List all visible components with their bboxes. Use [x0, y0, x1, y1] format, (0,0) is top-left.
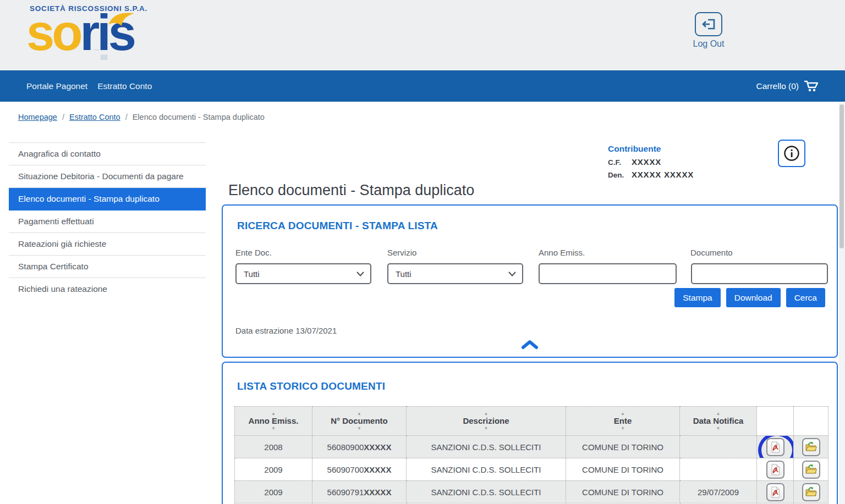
sidebar-item[interactable]: Richiedi una rateazione — [9, 278, 206, 300]
logout-icon — [701, 18, 716, 31]
column-header[interactable]: ▲ Data Notifica ▼ — [680, 407, 757, 436]
folder-download-button[interactable] — [802, 483, 820, 501]
table-row: 2008 56080900XXXXX SANZIONI C.D.S. SOLLE… — [235, 436, 828, 458]
cell-numero-documento: 56090700XXXXX — [312, 458, 407, 481]
list-panel-title: LISTA STORICO DOCUMENTI — [237, 380, 385, 392]
column-header[interactable]: ▲ N° Documento ▼ — [312, 407, 407, 436]
search-panel-title: RICERCA DOCUMENTI - STAMPA LISTA — [237, 220, 438, 232]
contribuente-title: Contribuente — [608, 144, 694, 154]
sort-asc-icon: ▲ — [680, 411, 756, 416]
column-header[interactable]: ▲ Ente ▼ — [566, 407, 680, 436]
sidebar-item[interactable]: Elenco documenti - Stampa duplicato — [9, 188, 206, 211]
cell-ente: COMUNE DI TORINO — [566, 458, 680, 481]
logout-button[interactable]: Log Out — [693, 12, 725, 49]
logout-icon-frame[interactable] — [695, 12, 722, 36]
scrollbar-thumb[interactable] — [839, 104, 844, 248]
sidebar-item-label: Elenco documenti - Stampa duplicato — [18, 194, 160, 203]
open-folder-icon — [805, 486, 817, 497]
soris-logo[interactable]: SOCIETÀ RISCOSSIONI S.P.A. soris soris — [26, 4, 147, 64]
cart-label: Carrello (0) — [756, 81, 799, 91]
documento-input[interactable] — [691, 263, 828, 284]
servizio-select[interactable]: Tutti — [387, 263, 523, 284]
cell-data-notifica — [680, 458, 757, 481]
breadcrumb-homepage[interactable]: Homepage — [18, 113, 57, 121]
nav-item-portale-pagonet[interactable]: Portale Pagonet — [26, 81, 87, 91]
folder-download-button[interactable] — [802, 438, 820, 456]
vertical-scrollbar[interactable] — [839, 102, 845, 504]
column-label: N° Documento — [312, 416, 406, 426]
sidebar-item-label: Stampa Certificato — [18, 262, 89, 271]
sort-desc-icon: ▼ — [235, 426, 312, 431]
sidebar-item[interactable]: Anagrafica di contatto — [9, 143, 206, 165]
folder-download-button[interactable] — [802, 461, 820, 479]
pdf-print-button[interactable] — [766, 438, 784, 456]
cell-numero-documento: 56080900XXXXX — [312, 436, 407, 458]
soris-portal-page: SOCIETÀ RISCOSSIONI S.P.A. soris soris — [0, 0, 845, 504]
contribuente-block: Contribuente C.F. XXXXX Den. XXXXX XXXXX — [608, 144, 694, 179]
cell-anno-emiss: 2008 — [235, 436, 312, 458]
anno-emiss-label: Anno Emiss. — [539, 248, 585, 257]
sidebar-item-label: Anagrafica di contatto — [18, 149, 101, 158]
collapse-panel-button[interactable] — [521, 340, 539, 350]
cell-pdf-action — [757, 458, 794, 481]
nav-item-estratto-conto[interactable]: Estratto Conto — [97, 81, 152, 91]
documento-masked: XXXXX — [364, 465, 391, 474]
info-icon — [783, 145, 800, 162]
column-header[interactable]: ▲ Anno Emiss. ▼ — [235, 407, 312, 436]
logo-reflection: soris — [26, 49, 147, 64]
sort-asc-icon: ▲ — [235, 411, 312, 416]
cf-label: C.F. — [608, 158, 632, 167]
sidebar-item[interactable]: Situazione Debitoria - Documenti da paga… — [9, 165, 206, 188]
logo-wordmark: soris — [26, 9, 147, 56]
cell-numero-documento: 56090791XXXXX — [312, 481, 407, 503]
info-button[interactable] — [778, 140, 805, 167]
cell-descrizione: SANZIONI C.D.S. SOLLECITI — [407, 458, 566, 481]
column-header[interactable]: ▲ ▼ — [757, 407, 794, 436]
sidebar-item[interactable]: Pagamenti effettuati — [9, 211, 206, 233]
table-row: 2009 56090791XXXXX SANZIONI C.D.S. SOLLE… — [235, 481, 828, 503]
cell-ente: COMUNE DI TORINO — [566, 481, 680, 503]
sidebar-item[interactable]: Rateazioni già richieste — [9, 233, 206, 256]
table-row: 2009 56090700XXXXX SANZIONI C.D.S. SOLLE… — [235, 458, 828, 481]
cart-button[interactable]: Carrello (0) — [756, 80, 819, 92]
logout-label: Log Out — [693, 39, 725, 49]
pdf-print-button[interactable] — [766, 483, 784, 501]
column-header[interactable]: ▲ Descrizione ▼ — [407, 407, 566, 436]
sidebar-item[interactable]: Stampa Certificato — [9, 256, 206, 278]
stampa-button[interactable]: Stampa — [674, 288, 720, 307]
cerca-button[interactable]: Cerca — [786, 288, 825, 307]
documento-masked: XXXXX — [364, 442, 391, 452]
sort-desc-icon: ▼ — [312, 426, 406, 431]
sort-asc-icon: ▲ — [312, 411, 406, 416]
breadcrumb-current-page: Elenco documenti - Stampa duplicato — [133, 113, 265, 121]
ente-doc-label: Ente Doc. — [235, 248, 272, 257]
pdf-file-icon — [770, 441, 781, 453]
search-panel: RICERCA DOCUMENTI - STAMPA LISTA Ente Do… — [222, 204, 838, 358]
servizio-label: Servizio — [387, 248, 416, 257]
chevron-up-icon — [521, 340, 539, 350]
cart-icon — [804, 80, 819, 92]
documento-number: 56090700 — [327, 465, 364, 474]
cf-value: XXXXX — [632, 157, 661, 167]
column-label: Ente — [566, 416, 679, 426]
main-navbar: Portale Pagonet Estratto Conto Carrello … — [0, 70, 845, 102]
top-header: SOCIETÀ RISCOSSIONI S.P.A. soris soris — [0, 0, 845, 70]
page-title: Elenco documenti - Stampa duplicato — [228, 182, 474, 199]
breadcrumb-estratto-conto[interactable]: Estratto Conto — [69, 113, 120, 121]
open-folder-icon — [805, 464, 817, 475]
sidebar-item-label: Richiedi una rateazione — [18, 284, 107, 293]
pdf-print-button[interactable] — [766, 461, 784, 479]
open-folder-icon — [805, 441, 817, 452]
anno-emiss-input[interactable] — [539, 263, 677, 284]
table-header-row: ▲ Anno Emiss. ▼ ▲ N° Documento ▼ ▲ Descr… — [235, 407, 828, 436]
cell-pdf-action — [757, 436, 794, 458]
pdf-file-icon — [770, 464, 781, 475]
cell-folder-action — [794, 458, 828, 481]
column-label: Descrizione — [407, 416, 566, 426]
cell-data-notifica: 29/07/2009 — [680, 481, 757, 503]
cell-anno-emiss: 2009 — [235, 458, 312, 481]
column-header[interactable]: ▲ ▼ — [794, 407, 828, 436]
ente-doc-select[interactable]: Tutti — [235, 263, 371, 284]
download-button[interactable]: Download — [726, 288, 781, 307]
sort-desc-icon: ▼ — [566, 426, 679, 431]
